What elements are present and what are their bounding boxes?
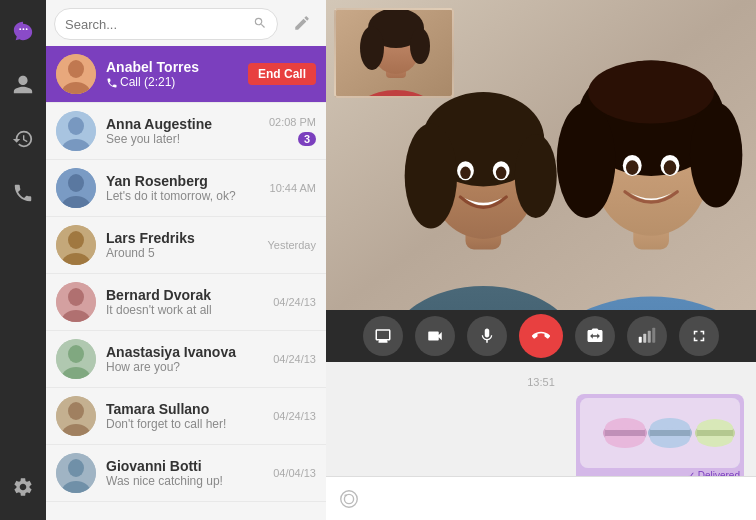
search-input[interactable] [65,17,253,32]
contact-name: Giovanni Botti [106,458,273,474]
timestamp-center: 13:51 [338,376,744,388]
contact-right: 04/24/13 [273,353,316,365]
contact-sub: Call (2:21) [106,75,248,89]
end-call-button[interactable]: End Call [248,63,316,85]
contact-sub: See you later! [106,132,269,146]
chat-area: 13:51 [326,362,756,520]
search-icon [253,16,267,33]
contact-sub: Let's do it tomorrow, ok? [106,189,270,203]
camera-button[interactable] [415,316,455,356]
svg-rect-55 [648,331,651,343]
contact-name: Yan Rosenberg [106,173,270,189]
svg-rect-65 [650,430,690,436]
video-thumbnail[interactable] [334,8,454,98]
svg-point-22 [68,459,84,477]
svg-point-30 [515,134,557,218]
svg-point-45 [664,160,677,175]
svg-point-4 [68,117,84,135]
svg-rect-56 [652,328,655,343]
avatar [56,111,96,151]
contact-list: Anabel TorresCall (2:21)End Call Anna Au… [46,46,326,520]
microphone-button[interactable] [467,316,507,356]
contact-info: Anastasiya IvanovaHow are you? [106,344,273,374]
end-call-button[interactable] [519,314,563,358]
avatar [56,54,96,94]
contact-info: Anabel TorresCall (2:21) [106,59,248,89]
contact-item[interactable]: Anastasiya IvanovaHow are you?04/24/13 [46,331,326,388]
contact-right: 04/24/13 [273,410,316,422]
contact-item[interactable]: Lars FredriksAround 5Yesterday [46,217,326,274]
contact-time: 04/24/13 [273,296,316,308]
search-row [46,0,326,46]
video-area [326,0,756,310]
contact-info: Tamara SullanoDon't forget to call her! [106,401,273,431]
contact-sub: Don't forget to call her! [106,417,273,431]
svg-point-1 [68,60,84,78]
search-bar [54,8,278,40]
contact-info: Anna AugestineSee you later! [106,116,269,146]
svg-point-44 [626,160,639,175]
contact-time: 04/04/13 [273,467,316,479]
contact-name: Anastasiya Ivanova [106,344,273,360]
svg-point-41 [588,61,714,124]
contacts-icon[interactable] [0,62,46,108]
settings-icon[interactable] [0,464,46,510]
chat-input-bar [326,476,756,520]
avatar [56,282,96,322]
delivered-status: ✓ Delivered [580,470,740,476]
message-image [580,398,740,468]
contact-item[interactable]: Giovanni BottiWas nice catching up!04/04… [46,445,326,502]
sidebar [0,0,46,520]
contact-right: Yesterday [267,239,316,251]
contact-name: Anna Augestine [106,116,269,132]
video-controls [326,310,756,362]
svg-rect-53 [639,337,642,343]
contact-right: End Call [248,63,316,85]
svg-rect-69 [697,430,733,436]
calls-icon[interactable] [0,170,46,216]
contact-name: Tamara Sullano [106,401,273,417]
attachment-button[interactable] [338,488,360,510]
svg-point-10 [68,231,84,249]
contact-right: 04/24/13 [273,296,316,308]
contact-item[interactable]: Yan RosenbergLet's do it tomorrow, ok?10… [46,160,326,217]
fullscreen-button[interactable] [679,316,719,356]
contact-sub: How are you? [106,360,273,374]
svg-rect-54 [643,334,646,343]
contact-info: Giovanni BottiWas nice catching up! [106,458,273,488]
contact-right: 02:08 PM3 [269,116,316,146]
contact-time: Yesterday [267,239,316,251]
screen-share-button[interactable] [363,316,403,356]
avatar [56,453,96,493]
contact-item[interactable]: Tamara SullanoDon't forget to call her!0… [46,388,326,445]
avatar [56,396,96,436]
message-input[interactable] [368,491,744,506]
svg-point-73 [341,490,358,507]
recent-icon[interactable] [0,116,46,162]
contact-item[interactable]: Anna AugestineSee you later!02:08 PM3 [46,103,326,160]
contact-sub: Was nice catching up! [106,474,273,488]
chat-messages: 13:51 [326,362,756,476]
contact-time: 10:44 AM [270,182,316,194]
contact-item[interactable]: Anabel TorresCall (2:21)End Call [46,46,326,103]
contact-name: Lars Fredriks [106,230,267,246]
contact-time: 04/24/13 [273,353,316,365]
message-item: ✓ Delivered [338,394,744,476]
svg-point-39 [557,103,616,218]
contact-info: Yan RosenbergLet's do it tomorrow, ok? [106,173,270,203]
svg-point-19 [68,402,84,420]
switch-camera-button[interactable] [575,316,615,356]
compose-button[interactable] [286,7,318,39]
contact-name: Bernard Dvorak [106,287,273,303]
svg-point-34 [496,167,506,180]
unread-badge: 3 [298,132,316,146]
contact-item[interactable]: Bernard DvorakIt doesn't work at all04/2… [46,274,326,331]
contact-time: 02:08 PM [269,116,316,128]
contact-info: Bernard DvorakIt doesn't work at all [106,287,273,317]
contact-right: 10:44 AM [270,182,316,194]
signal-button[interactable] [627,316,667,356]
svg-rect-61 [605,430,645,436]
viber-logo-icon[interactable] [0,8,46,54]
avatar [56,168,96,208]
svg-point-52 [410,28,430,64]
